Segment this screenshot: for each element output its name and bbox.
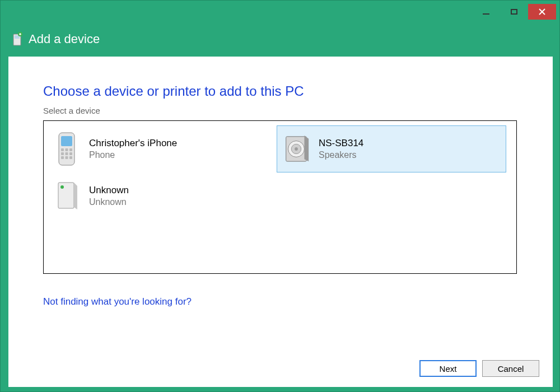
window-controls (472, 4, 556, 20)
svg-rect-10 (66, 148, 68, 151)
svg-rect-12 (61, 152, 64, 155)
device-type: Phone (89, 150, 177, 160)
cancel-button[interactable]: Cancel (482, 360, 539, 377)
wizard-footer: Next Cancel (419, 360, 539, 377)
svg-rect-16 (66, 156, 68, 159)
svg-marker-24 (74, 183, 77, 209)
svg-rect-17 (69, 156, 72, 159)
device-text: UnknownUnknown (89, 185, 129, 207)
device-list: Christopher's iPhonePhoneNS-SB314Speaker… (43, 120, 517, 274)
device-type: Speakers (319, 150, 363, 160)
page-heading: Choose a device or printer to add to thi… (43, 83, 304, 99)
device-name: Unknown (89, 185, 129, 196)
titlebar (4, 4, 556, 22)
minimize-button[interactable] (472, 4, 500, 20)
minimize-icon (483, 13, 489, 15)
svg-rect-23 (58, 183, 74, 208)
maximize-button[interactable] (500, 4, 528, 20)
generic-icon (52, 178, 81, 214)
svg-rect-11 (69, 148, 72, 151)
content-panel: Choose a device or printer to add to thi… (8, 57, 553, 387)
device-item[interactable]: Christopher's iPhonePhone (47, 125, 277, 172)
svg-rect-9 (61, 148, 64, 151)
svg-point-25 (60, 185, 64, 189)
close-icon (538, 8, 546, 16)
page-subheading: Select a device (43, 106, 100, 115)
svg-rect-15 (61, 156, 64, 159)
phone-icon (52, 131, 81, 167)
device-type: Unknown (89, 197, 129, 207)
maximize-icon (511, 9, 517, 15)
svg-rect-13 (66, 152, 68, 155)
wizard-header: Add a device (12, 32, 100, 46)
svg-marker-19 (304, 136, 309, 161)
device-text: NS-SB314Speakers (319, 138, 363, 160)
device-item[interactable]: UnknownUnknown (47, 172, 277, 220)
add-device-icon (12, 32, 23, 46)
svg-rect-8 (61, 136, 72, 146)
next-button[interactable]: Next (419, 360, 477, 377)
window-frame: Add a device Choose a device or printer … (0, 0, 560, 392)
device-name: Christopher's iPhone (89, 138, 177, 149)
speaker-icon (282, 131, 311, 167)
device-item[interactable]: NS-SB314Speakers (277, 125, 506, 172)
device-name: NS-SB314 (319, 138, 363, 149)
close-button[interactable] (528, 4, 556, 20)
svg-rect-14 (69, 152, 72, 155)
window-title: Add a device (29, 32, 100, 46)
svg-point-22 (295, 147, 298, 151)
help-link[interactable]: Not finding what you're looking for? (43, 296, 192, 307)
device-text: Christopher's iPhonePhone (89, 138, 177, 160)
